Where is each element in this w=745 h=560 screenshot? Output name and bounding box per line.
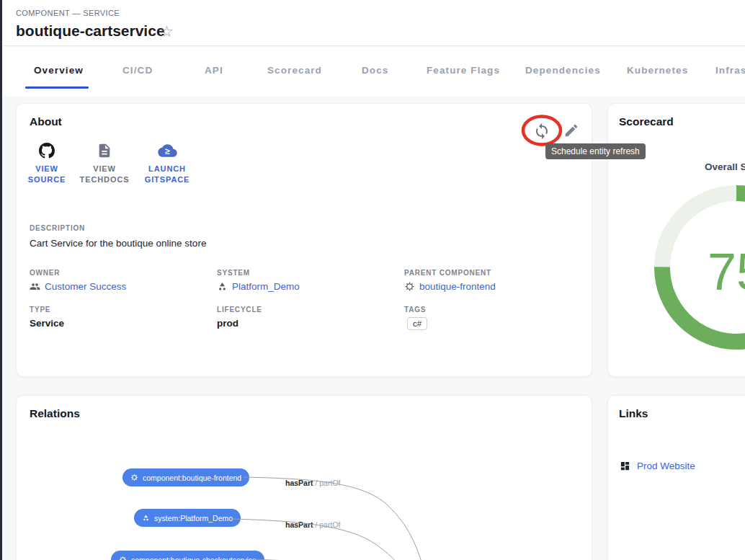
edge-label: hasPart / partOf bbox=[285, 520, 340, 529]
view-source-button[interactable]: VIEW SOURCE bbox=[19, 140, 74, 185]
gitspace-cloud-icon: ≥ bbox=[136, 140, 198, 159]
edit-button[interactable] bbox=[563, 123, 581, 140]
tab-docs[interactable]: Docs bbox=[362, 65, 388, 76]
dashboard-icon bbox=[620, 461, 630, 471]
scorecard-title: Scorecard bbox=[619, 115, 674, 128]
system-link[interactable]: Platform_Demo bbox=[217, 281, 300, 292]
system-icon bbox=[217, 281, 228, 292]
tag-chip[interactable]: c# bbox=[407, 317, 427, 330]
view-techdocs-label: VIEW TECHDOCS bbox=[74, 164, 135, 185]
description-label: DESCRIPTION bbox=[30, 224, 85, 232]
view-source-label: VIEW SOURCE bbox=[19, 164, 74, 185]
tab-overview[interactable]: Overview bbox=[34, 65, 84, 76]
description-value: Cart Service for the boutique online sto… bbox=[30, 238, 206, 249]
tab-cicd[interactable]: CI/CD bbox=[122, 65, 153, 76]
node-label: system:Platform_Demo bbox=[154, 514, 233, 523]
parent-component-value: boutique-frontend bbox=[419, 281, 496, 292]
tab-api[interactable]: API bbox=[205, 65, 223, 76]
lifecycle-label: LIFECYCLE bbox=[217, 306, 262, 314]
node-label: component:boutique-checkoutservice bbox=[131, 556, 256, 560]
link-label: Prod Website bbox=[637, 461, 695, 471]
owner-value: Customer Success bbox=[45, 281, 126, 292]
favorite-star-icon[interactable]: ☆ bbox=[160, 24, 174, 39]
techdocs-icon bbox=[74, 140, 135, 159]
owner-link[interactable]: Customer Success bbox=[30, 281, 126, 292]
component-icon bbox=[119, 556, 127, 560]
component-icon bbox=[130, 474, 138, 481]
system-icon bbox=[142, 514, 150, 522]
refresh-button[interactable] bbox=[533, 123, 550, 140]
refresh-icon bbox=[533, 123, 550, 140]
graph-node-boutique-frontend[interactable]: component:boutique-frontend bbox=[122, 468, 249, 486]
edge-label: hasPart / partOf bbox=[285, 479, 340, 487]
relations-card: Relations hasPart / partOf hasPart / par… bbox=[16, 395, 592, 560]
type-value: Service bbox=[30, 318, 64, 329]
system-label: SYSTEM bbox=[217, 269, 250, 277]
graph-node-platform-demo[interactable]: system:Platform_Demo bbox=[134, 509, 241, 527]
launch-gitspace-label: LAUNCH GITSPACE bbox=[136, 164, 198, 185]
graph-node-boutique-checkoutservice[interactable]: component:boutique-checkoutservice bbox=[111, 551, 264, 560]
tags-label: TAGS bbox=[404, 306, 426, 314]
relations-graph: hasPart / partOf hasPart / partOf compon… bbox=[17, 396, 593, 560]
type-label: TYPE bbox=[30, 306, 50, 314]
lifecycle-value: prod bbox=[217, 318, 238, 329]
relation-edges bbox=[17, 396, 593, 560]
entity-tabbar: Overview CI/CD API Scorecard Docs Featur… bbox=[2, 47, 745, 96]
tab-kubernetes[interactable]: Kubernetes bbox=[627, 65, 688, 76]
score-value: 75 bbox=[650, 245, 745, 298]
node-label: component:boutique-frontend bbox=[143, 474, 241, 482]
tooltip-schedule-entity-refresh: Schedule entity refresh bbox=[545, 143, 646, 159]
owner-label: OWNER bbox=[30, 269, 60, 277]
system-value: Platform_Demo bbox=[232, 281, 300, 292]
launch-gitspace-button[interactable]: ≥ LAUNCH GITSPACE bbox=[136, 140, 198, 185]
github-icon bbox=[19, 140, 74, 159]
active-tab-indicator bbox=[25, 86, 89, 89]
svg-text:≥: ≥ bbox=[165, 146, 170, 156]
collapsed-sidebar-edge bbox=[0, 0, 2, 560]
about-title: About bbox=[30, 115, 62, 128]
about-card: About VIEW SOURCE VIEW TECHDOCS ≥ LAUNCH… bbox=[16, 103, 592, 377]
component-icon bbox=[404, 281, 415, 292]
parent-component-link[interactable]: boutique-frontend bbox=[404, 281, 496, 292]
entity-header: COMPONENT — SERVICE boutique-cartservice… bbox=[2, 0, 745, 46]
tab-feature-flags[interactable]: Feature Flags bbox=[427, 65, 500, 76]
tab-dependencies[interactable]: Dependencies bbox=[525, 65, 601, 76]
group-icon bbox=[30, 281, 40, 292]
tab-infrastructure[interactable]: Infrastructure bbox=[715, 65, 745, 76]
page-title: boutique-cartservice bbox=[16, 22, 165, 40]
overall-score-label: Overall Score bbox=[705, 161, 745, 172]
tab-scorecard[interactable]: Scorecard bbox=[267, 65, 322, 76]
links-card: Links Prod Website bbox=[607, 395, 745, 560]
prod-website-link[interactable]: Prod Website bbox=[620, 461, 695, 471]
view-techdocs-button[interactable]: VIEW TECHDOCS bbox=[74, 140, 135, 185]
edit-pencil-icon bbox=[563, 123, 579, 138]
entity-kind-label: COMPONENT — SERVICE bbox=[16, 9, 120, 17]
links-title: Links bbox=[619, 407, 648, 420]
parent-component-label: PARENT COMPONENT bbox=[404, 269, 491, 277]
